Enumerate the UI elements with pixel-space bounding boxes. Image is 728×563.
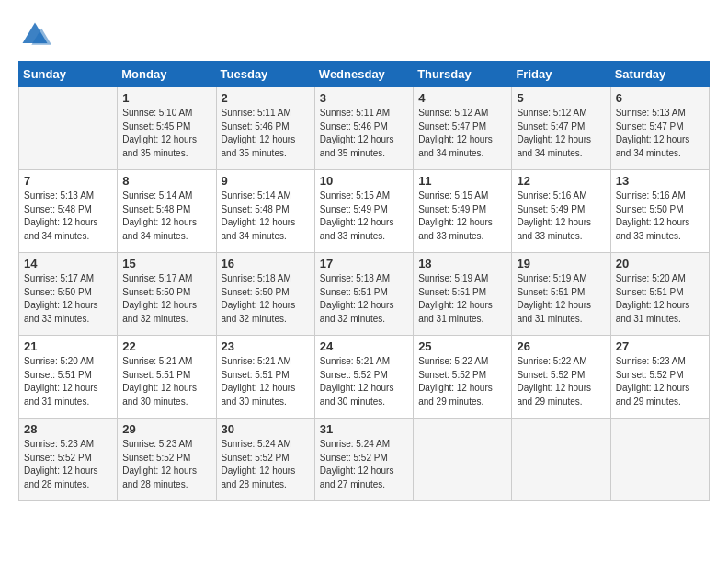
day-info: Sunrise: 5:22 AM Sunset: 5:52 PM Dayligh…: [517, 355, 605, 408]
day-info: Sunrise: 5:11 AM Sunset: 5:46 PM Dayligh…: [320, 107, 408, 160]
calendar-cell: 25Sunrise: 5:22 AM Sunset: 5:52 PM Dayli…: [414, 336, 512, 419]
day-info: Sunrise: 5:23 AM Sunset: 5:52 PM Dayligh…: [616, 355, 704, 408]
day-info: Sunrise: 5:15 AM Sunset: 5:49 PM Dayligh…: [418, 190, 506, 243]
day-number: 17: [320, 257, 408, 270]
calendar-cell: 23Sunrise: 5:21 AM Sunset: 5:51 PM Dayli…: [216, 336, 314, 419]
day-number: 15: [122, 257, 210, 270]
day-info: Sunrise: 5:16 AM Sunset: 5:50 PM Dayligh…: [616, 190, 704, 243]
day-info: Sunrise: 5:12 AM Sunset: 5:47 PM Dayligh…: [418, 107, 506, 160]
day-number: 10: [320, 174, 408, 188]
calendar-cell: 8Sunrise: 5:14 AM Sunset: 5:48 PM Daylig…: [118, 170, 216, 253]
day-info: Sunrise: 5:21 AM Sunset: 5:51 PM Dayligh…: [222, 355, 310, 408]
day-number: 25: [418, 339, 506, 353]
day-number: 21: [24, 339, 112, 353]
day-info: Sunrise: 5:13 AM Sunset: 5:47 PM Dayligh…: [616, 107, 704, 160]
day-info: Sunrise: 5:13 AM Sunset: 5:48 PM Dayligh…: [24, 190, 112, 243]
day-info: Sunrise: 5:24 AM Sunset: 5:52 PM Dayligh…: [320, 438, 408, 491]
header-day-wednesday: Wednesday: [314, 62, 413, 87]
calendar-cell: 1Sunrise: 5:10 AM Sunset: 5:45 PM Daylig…: [118, 87, 216, 170]
day-info: Sunrise: 5:19 AM Sunset: 5:51 PM Dayligh…: [418, 272, 506, 326]
day-info: Sunrise: 5:19 AM Sunset: 5:51 PM Dayligh…: [517, 272, 605, 326]
calendar-cell: 3Sunrise: 5:11 AM Sunset: 5:46 PM Daylig…: [314, 87, 413, 170]
day-info: Sunrise: 5:21 AM Sunset: 5:51 PM Dayligh…: [122, 355, 210, 408]
day-number: 2: [222, 91, 310, 105]
day-info: Sunrise: 5:18 AM Sunset: 5:50 PM Dayligh…: [222, 272, 310, 326]
calendar-cell: 14Sunrise: 5:17 AM Sunset: 5:50 PM Dayli…: [19, 253, 118, 336]
day-info: Sunrise: 5:22 AM Sunset: 5:52 PM Dayligh…: [418, 355, 506, 408]
calendar-cell: 21Sunrise: 5:20 AM Sunset: 5:51 PM Dayli…: [19, 336, 118, 419]
day-number: 1: [122, 91, 210, 105]
day-number: 14: [24, 257, 112, 270]
day-info: Sunrise: 5:24 AM Sunset: 5:52 PM Dayligh…: [222, 438, 310, 491]
day-info: Sunrise: 5:12 AM Sunset: 5:47 PM Dayligh…: [517, 107, 605, 160]
day-number: 7: [24, 174, 112, 188]
page-header: [18, 18, 710, 52]
day-info: Sunrise: 5:17 AM Sunset: 5:50 PM Dayligh…: [24, 272, 112, 326]
day-number: 18: [418, 257, 506, 270]
calendar-cell: [19, 87, 118, 170]
calendar-cell: 5Sunrise: 5:12 AM Sunset: 5:47 PM Daylig…: [512, 87, 610, 170]
calendar-cell: 29Sunrise: 5:23 AM Sunset: 5:52 PM Dayli…: [118, 419, 216, 501]
calendar-cell: 10Sunrise: 5:15 AM Sunset: 5:49 PM Dayli…: [314, 170, 413, 253]
calendar-cell: 11Sunrise: 5:15 AM Sunset: 5:49 PM Dayli…: [414, 170, 512, 253]
calendar-header: SundayMondayTuesdayWednesdayThursdayFrid…: [19, 62, 710, 87]
calendar-cell: 9Sunrise: 5:14 AM Sunset: 5:48 PM Daylig…: [216, 170, 314, 253]
header-day-thursday: Thursday: [414, 62, 512, 87]
calendar-cell: 28Sunrise: 5:23 AM Sunset: 5:52 PM Dayli…: [19, 419, 118, 501]
calendar-cell: 7Sunrise: 5:13 AM Sunset: 5:48 PM Daylig…: [19, 170, 118, 253]
day-info: Sunrise: 5:14 AM Sunset: 5:48 PM Dayligh…: [222, 190, 310, 243]
calendar-cell: 4Sunrise: 5:12 AM Sunset: 5:47 PM Daylig…: [414, 87, 512, 170]
day-info: Sunrise: 5:10 AM Sunset: 5:45 PM Dayligh…: [122, 107, 210, 160]
day-info: Sunrise: 5:17 AM Sunset: 5:50 PM Dayligh…: [122, 272, 210, 326]
day-number: 13: [616, 174, 704, 188]
calendar-cell: 18Sunrise: 5:19 AM Sunset: 5:51 PM Dayli…: [414, 253, 512, 336]
day-number: 11: [418, 174, 506, 188]
day-number: 22: [122, 339, 210, 353]
day-number: 19: [517, 257, 605, 270]
day-number: 4: [418, 91, 506, 105]
day-info: Sunrise: 5:18 AM Sunset: 5:51 PM Dayligh…: [320, 272, 408, 326]
day-number: 30: [222, 422, 310, 436]
week-row-4: 28Sunrise: 5:23 AM Sunset: 5:52 PM Dayli…: [19, 419, 710, 501]
day-number: 9: [222, 174, 310, 188]
day-info: Sunrise: 5:15 AM Sunset: 5:49 PM Dayligh…: [320, 190, 408, 243]
week-row-1: 7Sunrise: 5:13 AM Sunset: 5:48 PM Daylig…: [19, 170, 710, 253]
calendar-cell: 31Sunrise: 5:24 AM Sunset: 5:52 PM Dayli…: [314, 419, 413, 501]
calendar-cell: 12Sunrise: 5:16 AM Sunset: 5:49 PM Dayli…: [512, 170, 610, 253]
logo: [18, 18, 57, 52]
day-info: Sunrise: 5:14 AM Sunset: 5:48 PM Dayligh…: [122, 190, 210, 243]
day-number: 27: [616, 339, 704, 353]
day-number: 23: [222, 339, 310, 353]
calendar-cell: 20Sunrise: 5:20 AM Sunset: 5:51 PM Dayli…: [610, 253, 709, 336]
calendar-cell: 30Sunrise: 5:24 AM Sunset: 5:52 PM Dayli…: [216, 419, 314, 501]
calendar-table: SundayMondayTuesdayWednesdayThursdayFrid…: [18, 61, 710, 501]
calendar-cell: 13Sunrise: 5:16 AM Sunset: 5:50 PM Dayli…: [610, 170, 709, 253]
day-number: 16: [222, 257, 310, 270]
calendar-cell: 27Sunrise: 5:23 AM Sunset: 5:52 PM Dayli…: [610, 336, 709, 419]
calendar-cell: 17Sunrise: 5:18 AM Sunset: 5:51 PM Dayli…: [314, 253, 413, 336]
day-number: 8: [122, 174, 210, 188]
calendar-cell: 26Sunrise: 5:22 AM Sunset: 5:52 PM Dayli…: [512, 336, 610, 419]
calendar-body: 1Sunrise: 5:10 AM Sunset: 5:45 PM Daylig…: [19, 87, 710, 501]
calendar-cell: [414, 419, 512, 501]
day-number: 29: [122, 422, 210, 436]
calendar-cell: 19Sunrise: 5:19 AM Sunset: 5:51 PM Dayli…: [512, 253, 610, 336]
day-number: 26: [517, 339, 605, 353]
day-number: 31: [320, 422, 408, 436]
day-number: 20: [616, 257, 704, 270]
day-info: Sunrise: 5:23 AM Sunset: 5:52 PM Dayligh…: [24, 438, 112, 491]
calendar-cell: [610, 419, 709, 501]
day-number: 24: [320, 339, 408, 353]
calendar-cell: 2Sunrise: 5:11 AM Sunset: 5:46 PM Daylig…: [216, 87, 314, 170]
day-info: Sunrise: 5:11 AM Sunset: 5:46 PM Dayligh…: [222, 107, 310, 160]
day-info: Sunrise: 5:16 AM Sunset: 5:49 PM Dayligh…: [517, 190, 605, 243]
logo-icon: [18, 18, 51, 52]
calendar-cell: 24Sunrise: 5:21 AM Sunset: 5:52 PM Dayli…: [314, 336, 413, 419]
day-number: 5: [517, 91, 605, 105]
calendar-cell: 22Sunrise: 5:21 AM Sunset: 5:51 PM Dayli…: [118, 336, 216, 419]
week-row-0: 1Sunrise: 5:10 AM Sunset: 5:45 PM Daylig…: [19, 87, 710, 170]
header-day-saturday: Saturday: [610, 62, 709, 87]
header-day-tuesday: Tuesday: [216, 62, 314, 87]
day-number: 12: [517, 174, 605, 188]
calendar-cell: [512, 419, 610, 501]
